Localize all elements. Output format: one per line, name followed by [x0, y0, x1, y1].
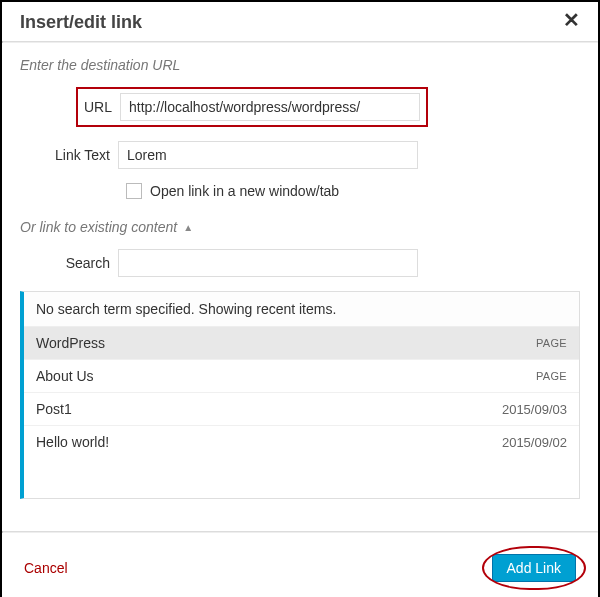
result-item[interactable]: Hello world!2015/09/02 [24, 425, 579, 458]
destination-heading: Enter the destination URL [20, 57, 580, 73]
newtab-label: Open link in a new window/tab [150, 183, 339, 199]
result-item-title: About Us [36, 368, 94, 384]
url-input[interactable] [120, 93, 420, 121]
insert-link-dialog: Insert/edit link ✕ Enter the destination… [0, 0, 600, 597]
results-list: WordPressPAGEAbout UsPAGEPost12015/09/03… [24, 327, 579, 458]
linktext-input[interactable] [118, 141, 418, 169]
linktext-row: Link Text [20, 141, 580, 169]
search-input[interactable] [118, 249, 418, 277]
search-label: Search [20, 255, 118, 271]
search-row: Search [20, 249, 580, 277]
existing-content-toggle-label: Or link to existing content [20, 219, 177, 235]
result-item[interactable]: Post12015/09/03 [24, 392, 579, 425]
results-padding [24, 458, 579, 498]
cancel-button[interactable]: Cancel [24, 560, 68, 576]
dialog-footer: Cancel Add Link [2, 540, 598, 598]
result-item-meta: 2015/09/02 [502, 435, 567, 450]
result-item-title: WordPress [36, 335, 105, 351]
url-highlight: URL [76, 87, 428, 127]
newtab-row: Open link in a new window/tab [126, 183, 580, 199]
dialog-title: Insert/edit link [20, 12, 142, 33]
linktext-label: Link Text [20, 147, 118, 163]
newtab-checkbox[interactable] [126, 183, 142, 199]
url-label: URL [84, 99, 120, 115]
url-row: URL [76, 87, 580, 127]
results-message: No search term specified. Showing recent… [24, 292, 579, 327]
result-item[interactable]: About UsPAGE [24, 359, 579, 392]
result-item-title: Post1 [36, 401, 72, 417]
close-icon[interactable]: ✕ [563, 10, 580, 30]
dialog-header: Insert/edit link ✕ [2, 2, 598, 41]
existing-content-toggle[interactable]: Or link to existing content ▲ [20, 219, 193, 235]
result-item-meta: PAGE [536, 337, 567, 349]
add-link-button[interactable]: Add Link [492, 554, 576, 582]
result-item[interactable]: WordPressPAGE [24, 327, 579, 359]
chevron-up-icon: ▲ [183, 222, 193, 233]
result-item-meta: 2015/09/03 [502, 402, 567, 417]
footer-divider [2, 531, 598, 533]
dialog-content: Enter the destination URL URL Link Text … [2, 43, 598, 511]
result-item-title: Hello world! [36, 434, 109, 450]
result-item-meta: PAGE [536, 370, 567, 382]
results-box: No search term specified. Showing recent… [20, 291, 580, 499]
add-link-highlight: Add Link [492, 554, 576, 582]
